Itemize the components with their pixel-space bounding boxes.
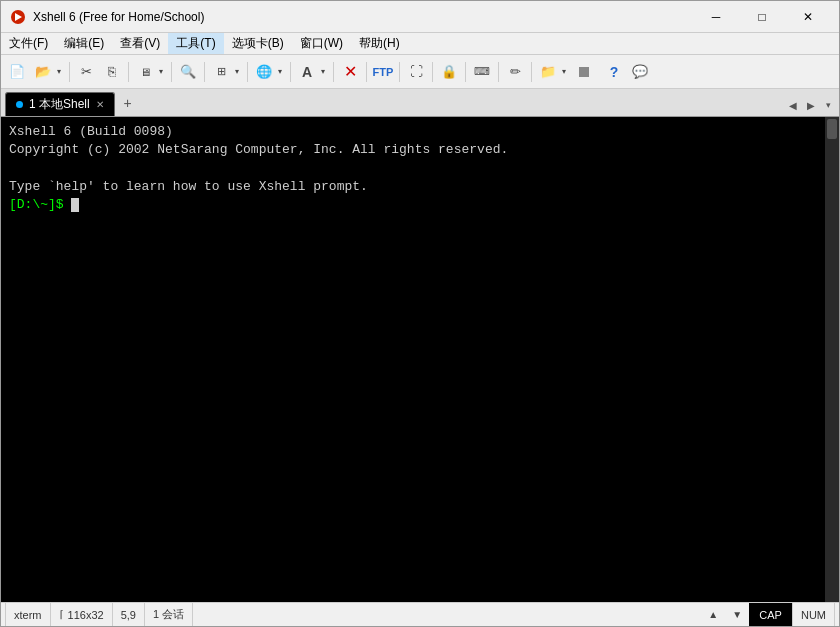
toolbar-separator-3 [171,62,172,82]
menu-bar: 文件(F) 编辑(E) 查看(V) 工具(T) 选项卡(B) 窗口(W) 帮助(… [1,33,839,55]
status-dimensions: ⌈ 116x32 [51,603,113,626]
new-session-button[interactable]: ⊞▾ [209,59,243,85]
font-button[interactable]: A▾ [295,59,329,85]
main-content: Xshell 6 (Build 0098) Copyright (c) 2002… [1,117,839,602]
status-cap: CAP [749,603,793,626]
status-bar: xterm ⌈ 116x32 5,9 1 会话 ▲ ▼ CAP NUM [1,602,839,626]
lock-button[interactable]: 🔒 [437,60,461,84]
terminal-line-4: Type `help' to learn how to use Xshell p… [9,178,817,196]
terminal[interactable]: Xshell 6 (Build 0098) Copyright (c) 2002… [1,117,825,602]
terminal-prompt-line: [D:\~]$ [9,196,817,214]
toolbar: 📄 📂▾ ✂ ⎘ 🖥▾ 🔍 ⊞▾ 🌐▾ A▾ [1,55,839,89]
terminal-line-1: Xshell 6 (Build 0098) [9,123,817,141]
menu-edit[interactable]: 编辑(E) [56,33,112,54]
find-button[interactable]: 🔍 [176,60,200,84]
scroll-up-button[interactable]: ▲ [701,603,725,627]
maximize-button[interactable]: □ [739,1,785,33]
menu-tabs[interactable]: 选项卡(B) [224,33,292,54]
toolbar-separator-5 [247,62,248,82]
toolbar-separator-6 [290,62,291,82]
status-sessions: 1 会话 [145,603,193,626]
window-title: Xshell 6 (Free for Home/School) [33,10,693,24]
menu-window[interactable]: 窗口(W) [292,33,351,54]
tab-prev-button[interactable]: ◀ [785,97,801,113]
toolbar-separator-8 [366,62,367,82]
tab-next-button[interactable]: ▶ [803,97,819,113]
connect-button[interactable]: 🖥▾ [133,59,167,85]
toolbar-separator-10 [432,62,433,82]
toolbar-separator-7 [333,62,334,82]
title-bar: Xshell 6 (Free for Home/School) ─ □ ✕ [1,1,839,33]
stop-button[interactable]: ⏹ [572,60,596,84]
tab-local-shell[interactable]: 1 本地Shell ✕ [5,92,115,116]
app-icon [9,8,27,26]
status-term-type: xterm [5,603,51,626]
window-controls: ─ □ ✕ [693,1,831,33]
toolbar-separator-13 [531,62,532,82]
pen-button[interactable]: ✏ [503,60,527,84]
new-file-button[interactable]: 📄 [5,60,29,84]
open-folder-button[interactable]: 📂▾ [31,59,65,85]
scrollbar-thumb[interactable] [827,119,837,139]
tab-list-dropdown[interactable]: ▾ [821,94,835,116]
tab-label: 1 本地Shell [29,96,90,113]
tab-close-icon[interactable]: ✕ [96,99,104,110]
copy-button[interactable]: ⎘ [100,60,124,84]
status-position: 5,9 [113,603,145,626]
toolbar-separator-2 [128,62,129,82]
add-tab-button[interactable]: + [117,92,139,114]
status-num: NUM [793,603,835,626]
toolbar-separator-12 [498,62,499,82]
fullscreen-button[interactable]: ⛶ [404,60,428,84]
toolbar-separator-11 [465,62,466,82]
keyboard-button[interactable]: ⌨ [470,60,494,84]
help-button[interactable]: ? [602,60,626,84]
cursor [71,198,79,212]
folder2-button[interactable]: 📁▾ [536,59,570,85]
close-button[interactable]: ✕ [785,1,831,33]
globe-button[interactable]: 🌐▾ [252,59,286,85]
scroll-down-button[interactable]: ▼ [725,603,749,627]
menu-file[interactable]: 文件(F) [1,33,56,54]
menu-tools[interactable]: 工具(T) [168,33,223,54]
sftp-button[interactable]: FTP [371,60,395,84]
terminate-button[interactable]: ✕ [338,60,362,84]
tab-bar: 1 本地Shell ✕ + ◀ ▶ ▾ [1,89,839,117]
toolbar-separator-9 [399,62,400,82]
terminal-line-3 [9,159,817,177]
chat-button[interactable]: 💬 [628,60,652,84]
terminal-container[interactable]: Xshell 6 (Build 0098) Copyright (c) 2002… [1,117,839,602]
toolbar-separator-4 [204,62,205,82]
minimize-button[interactable]: ─ [693,1,739,33]
cut-button[interactable]: ✂ [74,60,98,84]
toolbar-separator-1 [69,62,70,82]
prompt-text: [D:\~]$ [9,197,71,212]
menu-help[interactable]: 帮助(H) [351,33,408,54]
terminal-line-2: Copyright (c) 2002 NetSarang Computer, I… [9,141,817,159]
tab-nav-right: ◀ ▶ ▾ [785,94,839,116]
terminal-scrollbar[interactable] [825,117,839,602]
menu-view[interactable]: 查看(V) [112,33,168,54]
status-right: ▲ ▼ CAP NUM [701,603,835,626]
tab-active-dot [16,101,23,108]
